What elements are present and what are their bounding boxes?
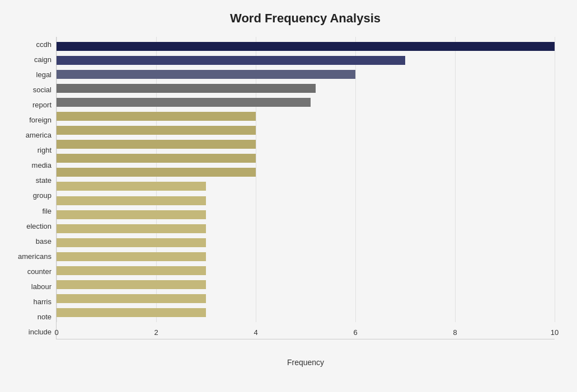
x-tick-label: 0 <box>54 328 58 337</box>
bar <box>57 210 206 219</box>
y-axis: ccdhcaignlegalsocialreportforeignamerica… <box>11 37 56 339</box>
chart-container: Word Frequency Analysis ccdhcaignlegalso… <box>0 0 577 392</box>
bar <box>57 224 206 233</box>
x-tick-label: 10 <box>551 328 559 337</box>
y-label: group <box>11 192 51 199</box>
y-label: base <box>11 238 51 245</box>
y-label: ccdh <box>11 41 51 48</box>
bar <box>57 266 206 275</box>
bars-container <box>57 37 555 322</box>
y-label: include <box>11 328 51 336</box>
bar <box>57 182 206 191</box>
bar-row <box>57 235 555 249</box>
bar-row <box>57 278 555 292</box>
bar-row <box>57 81 555 95</box>
bar-row <box>57 221 555 235</box>
bar-row <box>57 95 555 109</box>
chart-area: ccdhcaignlegalsocialreportforeignamerica… <box>11 37 555 339</box>
bar-row <box>57 180 555 193</box>
bar <box>57 112 256 121</box>
x-tick-label: 6 <box>353 328 357 337</box>
y-label: election <box>11 223 51 230</box>
bar-row <box>57 207 555 221</box>
bar-row <box>57 306 555 320</box>
y-label: legal <box>11 71 51 78</box>
bar <box>57 252 206 261</box>
y-label: harris <box>11 298 51 305</box>
bar-row <box>57 67 555 81</box>
bar <box>57 168 256 177</box>
bar <box>57 196 206 205</box>
y-label: right <box>11 147 51 154</box>
bar <box>57 126 256 135</box>
x-axis-labels: 0246810 <box>57 322 555 339</box>
bar <box>57 42 555 51</box>
x-axis-title: Frequency <box>287 358 324 367</box>
x-tick-label: 2 <box>154 328 158 337</box>
bar-row <box>57 39 555 53</box>
y-label: labour <box>11 283 51 290</box>
x-tick-label: 4 <box>254 328 257 337</box>
bar <box>57 154 256 163</box>
y-label: note <box>11 313 51 320</box>
bar-row <box>57 166 555 180</box>
y-label: media <box>11 162 51 169</box>
bar <box>57 84 316 93</box>
y-label: america <box>11 131 51 139</box>
bar-row <box>57 152 555 166</box>
bar <box>57 238 206 247</box>
y-label: social <box>11 86 51 93</box>
bar-row <box>57 193 555 207</box>
bar <box>57 280 206 289</box>
y-label: americans <box>11 253 51 260</box>
y-label: counter <box>11 268 51 275</box>
y-label: state <box>11 177 51 184</box>
y-label: foreign <box>11 116 51 124</box>
plot-area: 0246810 Frequency <box>56 37 555 339</box>
bar <box>57 98 311 107</box>
bar-row <box>57 292 555 306</box>
y-label: file <box>11 207 51 215</box>
bar-row <box>57 249 555 263</box>
bar <box>57 294 206 303</box>
y-label: caign <box>11 56 51 63</box>
bar <box>57 56 405 65</box>
bar <box>57 140 256 149</box>
grid-line <box>555 37 555 322</box>
bar <box>57 308 206 317</box>
bar-row <box>57 264 555 278</box>
bar-row <box>57 138 555 152</box>
bar-row <box>57 124 555 138</box>
y-label: report <box>11 101 51 108</box>
chart-title: Word Frequency Analysis <box>11 11 555 26</box>
bar-row <box>57 53 555 67</box>
bar-row <box>57 109 555 123</box>
bar <box>57 70 355 79</box>
x-tick-label: 8 <box>453 328 457 337</box>
